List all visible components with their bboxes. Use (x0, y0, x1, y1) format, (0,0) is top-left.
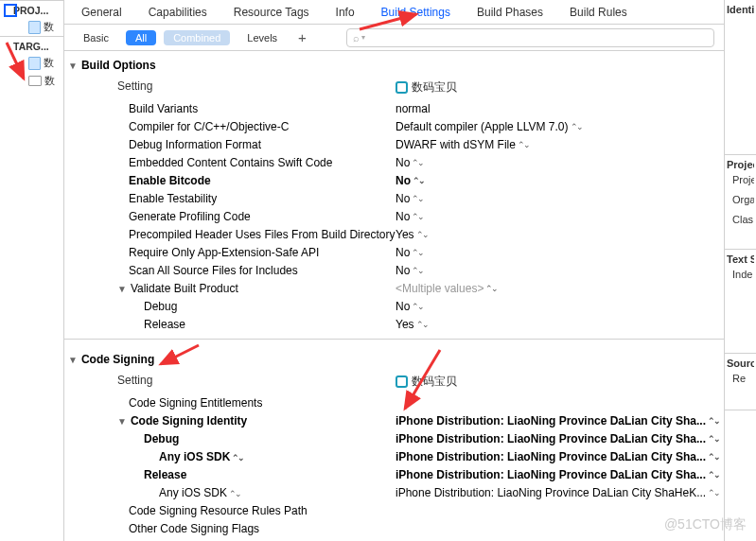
setting-row-debug-format[interactable]: Debug Information FormatDWARF with dSYM … (64, 135, 724, 153)
chevron-updown-icon: ⌃⌄ (412, 194, 423, 203)
chevron-updown-icon: ⌃⌄ (708, 470, 719, 480)
tab-build-phases[interactable]: Build Phases (464, 0, 556, 24)
setting-row-csi-release-sdk[interactable]: Any iOS SDK⌃⌄iPhone Distribution: LiaoNi… (64, 483, 724, 501)
setting-row-enable-testability[interactable]: Enable TestabilityNo⌃⌄ (64, 189, 724, 207)
project-name-field[interactable]: Proje (727, 170, 754, 190)
chevron-updown-icon: ⌃⌄ (708, 416, 719, 426)
target-app-icon (396, 375, 408, 388)
chevron-updown-icon: ⌃⌄ (518, 140, 529, 149)
setting-row-code-sign-identity[interactable]: ▼Code Signing IdentityiPhone Distributio… (64, 411, 724, 429)
chevron-updown-icon: ⌃⌄ (416, 230, 428, 239)
tab-build-rules[interactable]: Build Rules (556, 0, 641, 24)
filter-basic[interactable]: Basic (74, 30, 118, 45)
setting-row-scan-includes[interactable]: Scan All Source Files for IncludesNo⌃⌄ (64, 261, 724, 279)
source-control-header: Source (727, 358, 754, 369)
targets-section: TARG... (0, 36, 63, 54)
setting-row-rules-path[interactable]: Code Signing Resource Rules Path (64, 501, 724, 519)
app-target-icon (28, 57, 41, 70)
filter-bar: Basic All Combined Levels + ⌕ ▾ (64, 25, 724, 51)
build-settings-editor[interactable]: ▼ Build Options Setting 数码宝贝 Build Varia… (64, 51, 724, 541)
setting-row-enable-bitcode[interactable]: Enable BitcodeNo⌃⌄ (64, 171, 724, 189)
setting-row-csi-debug[interactable]: DebugiPhone Distribution: LiaoNing Provi… (64, 429, 724, 447)
xcodeproj-file-icon (28, 21, 41, 34)
chevron-updown-icon: ⌃⌄ (413, 176, 424, 185)
target-item-folder[interactable]: 数 (0, 72, 63, 90)
chevron-updown-icon: ⌃⌄ (412, 302, 423, 311)
setting-row-prov-profile[interactable]: Provisioning ProfileAutomatic⌃⌄ (64, 537, 724, 541)
disclosure-triangle-icon: ▼ (68, 355, 78, 365)
search-dropdown-icon: ▾ (361, 33, 365, 42)
class-prefix-field[interactable]: Clas (727, 210, 754, 230)
chevron-updown-icon: ⌃⌄ (412, 248, 423, 257)
project-doc-header: Project (727, 159, 754, 170)
tab-info[interactable]: Info (323, 0, 368, 24)
setting-row-profiling[interactable]: Generate Profiling CodeNo⌃⌄ (64, 207, 724, 225)
chevron-updown-icon: ⌃⌄ (571, 122, 582, 131)
tab-capabilities[interactable]: Capabilities (135, 0, 220, 24)
chevron-updown-icon: ⌃⌄ (229, 489, 240, 498)
disclosure-triangle-icon: ▼ (117, 284, 127, 294)
indent-field[interactable]: Inde (727, 265, 754, 285)
text-settings-header: Text Se (727, 253, 754, 265)
project-item[interactable]: 数 (0, 18, 63, 36)
column-headers: Setting 数码宝贝 (64, 370, 724, 393)
setting-row-build-variants[interactable]: Build Variantsnormal (64, 99, 724, 117)
setting-row-precompiled[interactable]: Precompiled Header Uses Files From Build… (64, 225, 724, 243)
build-options-section[interactable]: ▼ Build Options (64, 51, 724, 76)
setting-row-embedded-swift[interactable]: Embedded Content Contains Swift CodeNo⌃⌄ (64, 153, 724, 171)
settings-search-input[interactable]: ⌕ ▾ (346, 28, 714, 47)
setting-row-app-ext-safe[interactable]: Require Only App-Extension-Safe APINo⌃⌄ (64, 243, 724, 261)
search-icon: ⌕ (353, 32, 360, 44)
target-app-icon (396, 81, 408, 94)
setting-row-validate-debug[interactable]: DebugNo⌃⌄ (64, 297, 724, 315)
column-headers: Setting 数码宝贝 (64, 76, 724, 99)
setting-row-validate[interactable]: ▼Validate Built Product<Multiple values>… (64, 279, 724, 297)
disclosure-triangle-icon: ▼ (117, 416, 127, 427)
filter-combined[interactable]: Combined (164, 30, 230, 45)
tab-resource-tags[interactable]: Resource Tags (220, 0, 323, 24)
setting-row-compiler[interactable]: Compiler for C/C++/Objective-CDefault co… (64, 117, 724, 135)
tab-general[interactable]: General (68, 0, 135, 24)
setting-row-csi-release[interactable]: ReleaseiPhone Distribution: LiaoNing Pro… (64, 465, 724, 483)
identity-section-header: Identity (727, 4, 754, 15)
project-navigator: PROJ... 数 TARG... 数 数 (0, 0, 64, 541)
setting-row-entitlements[interactable]: Code Signing Entitlements (64, 393, 724, 411)
filter-all[interactable]: All (126, 30, 156, 45)
tab-build-settings[interactable]: Build Settings (368, 0, 464, 24)
chevron-updown-icon: ⌃⌄ (412, 158, 423, 167)
chevron-updown-icon: ⌃⌄ (485, 284, 497, 293)
add-setting-button[interactable]: + (294, 29, 310, 45)
chevron-updown-icon: ⌃⌄ (708, 452, 719, 462)
code-signing-section[interactable]: ▼ Code Signing (64, 345, 724, 370)
target-item-app[interactable]: 数 (0, 54, 63, 72)
organization-field[interactable]: Orga (727, 190, 754, 210)
target-tabs: General Capabilities Resource Tags Info … (0, 0, 756, 25)
chevron-updown-icon: ⌃⌄ (708, 434, 719, 444)
chevron-updown-icon: ⌃⌄ (232, 453, 243, 462)
chevron-updown-icon: ⌃⌄ (416, 320, 428, 329)
chevron-updown-icon: ⌃⌄ (708, 488, 719, 497)
disclosure-triangle-icon: ▼ (68, 61, 78, 71)
filter-levels[interactable]: Levels (237, 30, 287, 45)
setting-row-validate-release[interactable]: ReleaseYes⌃⌄ (64, 315, 724, 333)
setting-row-other-flags[interactable]: Other Code Signing Flags (64, 519, 724, 537)
folder-icon (28, 76, 42, 86)
divider (64, 339, 724, 340)
project-icon[interactable] (4, 4, 17, 17)
repo-field[interactable]: Re (727, 369, 754, 389)
inspector-panel: Identity Project Proje Orga Clas Text Se… (724, 0, 756, 541)
chevron-updown-icon: ⌃⌄ (412, 266, 423, 275)
chevron-updown-icon: ⌃⌄ (412, 212, 423, 221)
setting-row-csi-debug-sdk[interactable]: Any iOS SDK⌃⌄iPhone Distribution: LiaoNi… (64, 447, 724, 465)
